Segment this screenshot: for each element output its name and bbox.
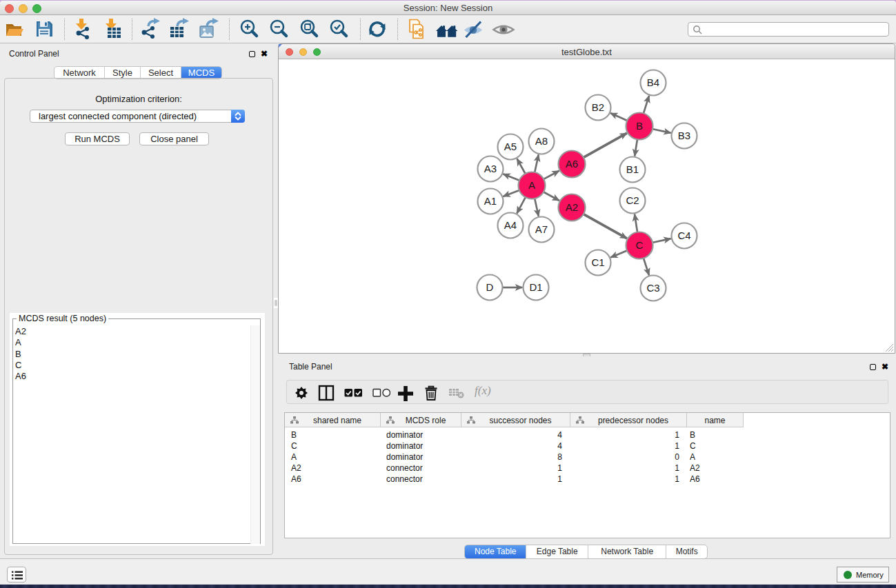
svg-text:C2: C2 <box>626 194 639 206</box>
svg-text:A2: A2 <box>566 201 578 213</box>
svg-text:C: C <box>636 239 644 251</box>
svg-text:A7: A7 <box>535 223 548 235</box>
svg-text:C3: C3 <box>646 282 659 294</box>
svg-text:A6: A6 <box>566 158 578 170</box>
svg-text:A4: A4 <box>504 219 517 231</box>
svg-text:C1: C1 <box>591 256 604 268</box>
svg-text:B4: B4 <box>647 77 659 88</box>
svg-text:A5: A5 <box>504 141 517 152</box>
svg-text:B1: B1 <box>626 163 639 175</box>
svg-text:A3: A3 <box>484 163 497 174</box>
svg-text:A8: A8 <box>535 135 548 147</box>
svg-text:A1: A1 <box>484 195 497 207</box>
svg-text:C4: C4 <box>677 230 690 241</box>
svg-text:D1: D1 <box>529 281 542 293</box>
svg-text:B: B <box>636 120 643 132</box>
svg-text:B3: B3 <box>678 130 690 141</box>
svg-text:B2: B2 <box>592 101 604 113</box>
svg-text:D: D <box>486 281 494 293</box>
svg-text:A: A <box>528 179 535 191</box>
